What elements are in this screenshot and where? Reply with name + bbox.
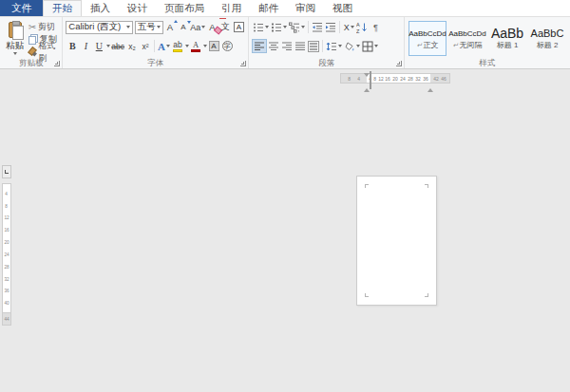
text-highlight-button[interactable]: ab <box>171 40 184 52</box>
font-size-value: 五号 <box>138 21 156 33</box>
pilcrow-icon: ¶ <box>373 23 378 32</box>
document-page[interactable] <box>356 176 437 306</box>
tab-insert[interactable]: 插入 <box>82 0 119 16</box>
style-name: ↵正文 <box>417 41 439 50</box>
underline-button[interactable]: U <box>92 39 105 53</box>
cut-button[interactable]: ✂ 剪切 <box>28 21 61 33</box>
bullets-button[interactable] <box>252 20 270 34</box>
asian-layout-dropdown-icon <box>351 26 354 28</box>
style-preview: AaBbC <box>531 27 564 41</box>
ruler-tick-label: 12 <box>378 76 384 81</box>
ruler-tick-label: 32 <box>415 76 421 81</box>
phonetic-guide-button[interactable]: 文 <box>218 20 232 34</box>
increase-indent-icon <box>325 22 336 33</box>
group-clipboard: 粘贴 ✂ 剪切 复制 格式刷 <box>0 17 63 68</box>
borders-grid-icon <box>362 41 373 52</box>
borders-button[interactable] <box>361 39 379 53</box>
vertical-ruler[interactable]: 481216202428323640 44 <box>2 165 11 326</box>
distribute-text-button[interactable] <box>307 39 320 53</box>
justify-button[interactable] <box>294 39 307 53</box>
align-right-button[interactable] <box>280 39 294 53</box>
ruler-tick-label: 20 <box>4 240 9 245</box>
enclose-characters-button[interactable]: 字 <box>220 39 234 53</box>
tab-page-layout[interactable]: 页面布局 <box>156 0 213 16</box>
clear-formatting-icon: A <box>209 22 215 32</box>
italic-button[interactable]: I <box>79 39 92 53</box>
superscript-button[interactable]: x² <box>139 39 152 53</box>
style-preview: AaBbCcDd <box>448 27 486 41</box>
increase-indent-button[interactable] <box>324 20 337 34</box>
font-dialog-launcher-icon[interactable] <box>240 61 246 66</box>
shading-button[interactable] <box>343 39 361 53</box>
shrink-font-button[interactable]: A <box>177 20 190 34</box>
tab-references[interactable]: 引用 <box>213 0 250 16</box>
tab-selector-button[interactable] <box>2 165 11 178</box>
grow-font-button[interactable]: A <box>163 20 177 34</box>
right-indent-marker[interactable] <box>428 72 433 89</box>
horizontal-ruler[interactable]: 84 4812162024283236 4246 <box>340 73 450 84</box>
show-hide-marks-button[interactable]: ¶ <box>369 20 382 34</box>
tab-design[interactable]: 设计 <box>119 0 156 16</box>
align-center-button[interactable] <box>267 39 280 53</box>
paste-label: 粘贴 <box>6 40 24 52</box>
tab-review[interactable]: 审阅 <box>287 0 324 16</box>
style-heading-2[interactable]: AaBbC 标题 2 <box>528 21 566 56</box>
tab-view[interactable]: 视图 <box>324 0 361 16</box>
tab-home[interactable]: 开始 <box>43 0 82 16</box>
font-size-combo[interactable]: 五号 <box>135 21 163 34</box>
font-size-dropdown-icon[interactable] <box>157 26 161 28</box>
paste-dropdown-icon[interactable] <box>13 52 17 55</box>
hanging-indent-marker[interactable] <box>364 72 371 89</box>
decrease-indent-button[interactable] <box>311 20 324 34</box>
line-spacing-icon <box>326 41 337 52</box>
multilevel-list-button[interactable] <box>288 20 306 34</box>
paragraph-group-label: 段落 <box>249 58 404 68</box>
font-name-dropdown-icon[interactable] <box>126 26 130 28</box>
clear-formatting-button[interactable]: A <box>205 20 218 34</box>
tab-stop-icon <box>5 170 9 174</box>
align-left-button[interactable] <box>252 39 267 53</box>
ruler-tick-label: 36 <box>4 289 9 293</box>
enclose-characters-icon: 字 <box>222 41 233 51</box>
ruler-right-margin: 4246 <box>430 74 449 83</box>
text-effects-button[interactable]: A <box>157 39 171 53</box>
character-shading-button[interactable]: A <box>207 39 220 53</box>
subscript-button[interactable]: x₂ <box>125 39 139 53</box>
format-painter-button[interactable]: 格式刷 <box>28 46 61 58</box>
underline-icon: U <box>96 41 103 51</box>
tab-mailings[interactable]: 邮件 <box>250 0 287 16</box>
decrease-indent-icon <box>312 22 323 33</box>
line-spacing-button[interactable] <box>325 39 343 53</box>
font-name-combo[interactable]: Calibri (西文) <box>66 21 132 34</box>
paste-clipboard-icon <box>9 22 22 38</box>
bold-button[interactable]: B <box>66 39 79 53</box>
character-border-button[interactable]: A <box>232 20 245 34</box>
paste-button[interactable]: 粘贴 <box>2 19 28 57</box>
clipboard-dialog-launcher-icon[interactable] <box>54 61 60 66</box>
style-normal[interactable]: AaBbCcDd ↵正文 <box>408 21 446 56</box>
align-left-icon <box>254 41 265 52</box>
numbering-button[interactable] <box>270 20 288 34</box>
sort-icon: A Z <box>356 22 368 33</box>
tab-file[interactable]: 文件 <box>0 0 43 16</box>
svg-text:Z: Z <box>356 28 360 33</box>
sort-button[interactable]: A Z <box>355 20 369 34</box>
font-color-button[interactable]: A <box>189 40 202 52</box>
ruler-tick-label: 46 <box>442 76 447 81</box>
document-workspace[interactable]: 84 4812162024283236 4246 481216202428323… <box>0 69 570 391</box>
style-name: 标题 2 <box>537 41 559 50</box>
justify-icon <box>294 41 306 52</box>
vertical-ruler-active: 481216202428323640 <box>2 183 11 312</box>
paragraph-dialog-launcher-icon[interactable] <box>396 61 402 66</box>
crop-mark-bottom-left <box>365 293 369 297</box>
phonetic-guide-icon: 文 <box>221 21 230 33</box>
ruler-tick-label: 44 <box>4 316 9 321</box>
change-case-button[interactable]: Aa <box>190 20 205 34</box>
brush-icon <box>28 47 37 57</box>
asian-layout-button[interactable]: X <box>342 20 355 34</box>
style-no-spacing[interactable]: AaBbCcDd ↵无间隔 <box>448 21 486 56</box>
bullets-dropdown-icon <box>265 26 269 28</box>
style-heading-1[interactable]: AaBb 标题 1 <box>488 21 526 56</box>
strikethrough-button[interactable]: abc <box>110 39 125 53</box>
group-font: Calibri (西文) 五号 A A Aa A 文 <box>63 17 249 68</box>
